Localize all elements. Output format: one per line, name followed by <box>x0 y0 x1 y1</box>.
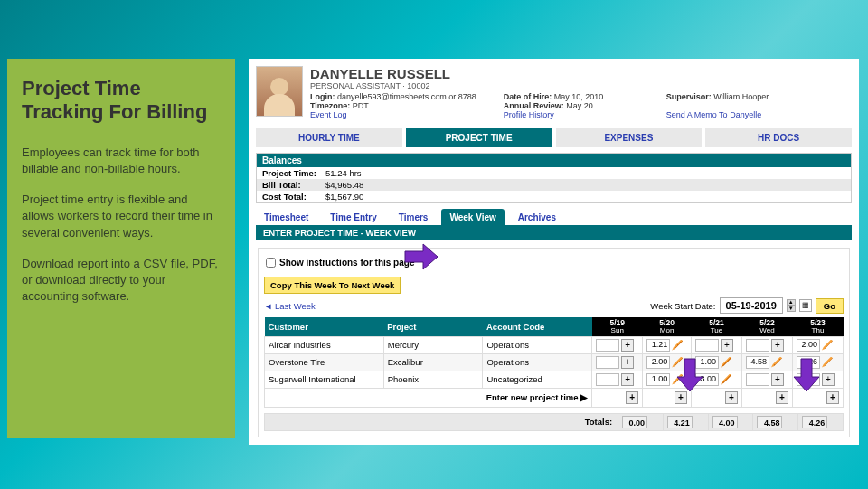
date-stepper[interactable]: ▲▼ <box>787 299 796 312</box>
week-start-date[interactable]: 05-19-2019 <box>720 297 783 314</box>
hours-input[interactable] <box>695 339 719 352</box>
avatar <box>256 66 303 117</box>
edit-icon[interactable] <box>771 357 782 368</box>
hours-input[interactable]: 4.58 <box>746 356 769 369</box>
add-entry-button[interactable]: + <box>771 373 784 386</box>
stepper-down-icon[interactable]: ▼ <box>787 306 796 312</box>
review-label: Annual Review: <box>504 101 564 110</box>
hours-input[interactable] <box>797 373 820 386</box>
cell-project: Phoenix <box>383 371 483 388</box>
edit-icon[interactable] <box>672 357 683 368</box>
edit-icon[interactable] <box>822 340 833 351</box>
subtab-timers[interactable]: Timers <box>391 209 437 225</box>
add-entry-button[interactable]: + <box>721 339 733 352</box>
week-nav: ◄ Last Week Week Start Date: 05-19-2019 … <box>264 297 844 314</box>
week-view-content: Show instructions for this page Copy Thi… <box>258 248 850 437</box>
add-entry-button[interactable]: + <box>621 373 634 386</box>
hours-input[interactable]: 2.00 <box>797 339 820 352</box>
tz-label: Timezone: <box>310 101 350 110</box>
employee-info: DANYELLE RUSSELL PERSONAL ASSISTANT · 10… <box>310 66 852 119</box>
total-3: 4.58 <box>757 416 782 428</box>
stepper-up-icon[interactable]: ▲ <box>787 299 796 306</box>
col-day-0: 5/19Sun <box>592 317 643 336</box>
table-row: Aircar Industries Mercury Operations+1.2… <box>265 336 844 353</box>
hours-input[interactable] <box>746 373 769 386</box>
review-value: May 20 <box>566 101 593 110</box>
sub-tabs: Timesheet Time Entry Timers Week View Ar… <box>249 203 859 225</box>
copy-week-button[interactable]: Copy This Week To Next Week <box>264 277 401 294</box>
employee-role: PERSONAL ASSISTANT · 10002 <box>310 81 852 90</box>
promo-title: Project Time Tracking For Billing <box>22 77 221 125</box>
hours-input[interactable] <box>746 339 769 352</box>
enter-new-label: Enter new project time <box>486 392 579 402</box>
add-entry-button[interactable]: + <box>826 391 839 404</box>
edit-icon[interactable] <box>822 357 833 368</box>
project-time-value: 51.24 hrs <box>326 168 362 178</box>
total-2: 4.00 <box>712 416 738 428</box>
total-1: 4.21 <box>667 416 693 428</box>
hours-input[interactable]: 1.00 <box>695 356 719 369</box>
add-entry-button[interactable]: + <box>675 391 687 404</box>
add-entry-button[interactable]: + <box>725 391 738 404</box>
table-row: Overstone Tire Excalibur Operations+2.00… <box>265 353 844 371</box>
calendar-icon[interactable]: ▦ <box>799 299 812 312</box>
add-entry-button[interactable]: + <box>621 356 634 369</box>
add-entry-button[interactable]: + <box>771 339 784 352</box>
edit-icon[interactable] <box>672 374 683 385</box>
event-log-link[interactable]: Event Log <box>310 110 476 119</box>
hours-input[interactable]: 1.00 <box>646 373 670 386</box>
main-tabs: HOURLY TIME PROJECT TIME EXPENSES HR DOC… <box>249 128 859 147</box>
tab-project-time[interactable]: PROJECT TIME <box>406 128 552 147</box>
add-entry-button[interactable]: + <box>822 373 835 386</box>
tab-hourly-time[interactable]: HOURLY TIME <box>256 128 402 147</box>
subtab-timesheet[interactable]: Timesheet <box>256 209 316 225</box>
login-value: danyelle593@timesheets.com or 8788 <box>337 92 476 101</box>
subtab-archives[interactable]: Archives <box>510 209 564 225</box>
promo-p3: Download report into a CSV file, PDF, or… <box>22 256 221 306</box>
employee-name: DANYELLE RUSSELL <box>310 66 852 81</box>
total-0: 0.00 <box>622 416 647 428</box>
hours-input[interactable] <box>596 339 619 352</box>
totals-row: Totals: 0.00 4.21 4.00 4.58 4.26 <box>265 413 844 430</box>
subtab-week-view[interactable]: Week View <box>441 209 504 225</box>
bill-total-value: $4,965.48 <box>326 180 363 190</box>
hire-value: May 10, 2010 <box>554 92 604 101</box>
hours-input[interactable] <box>596 356 619 369</box>
cell-project: Excalibur <box>383 353 483 371</box>
send-memo-link[interactable]: Send A Memo To Danyelle <box>666 110 802 119</box>
hours-input[interactable]: 2.26 <box>797 356 820 369</box>
hours-input[interactable]: 2.00 <box>646 356 670 369</box>
balances-panel: Balances Project Time:51.24 hrs Bill Tot… <box>256 153 852 203</box>
time-grid: Customer Project Account Code 5/19Sun 5/… <box>264 317 844 408</box>
week-start-label: Week Start Date: <box>650 301 715 311</box>
enter-new-row: Enter new project time ▶ + + + + + <box>265 388 844 407</box>
cell-account: Uncategorized <box>483 371 592 388</box>
edit-icon[interactable] <box>672 340 683 351</box>
col-day-4: 5/23Thu <box>792 317 843 336</box>
section-title: ENTER PROJECT TIME - WEEK VIEW <box>256 225 852 240</box>
hours-input[interactable]: 1.21 <box>646 339 670 352</box>
edit-icon[interactable] <box>721 374 731 385</box>
profile-history-link[interactable]: Profile History <box>504 110 639 119</box>
last-week-link[interactable]: ◄ Last Week <box>264 301 316 311</box>
hire-label: Date of Hire: <box>504 92 552 101</box>
edit-icon[interactable] <box>721 357 731 368</box>
col-customer: Customer <box>265 317 384 336</box>
hours-input[interactable]: 3.00 <box>695 373 719 386</box>
col-day-1: 5/20Mon <box>643 317 692 336</box>
instructions-toggle[interactable]: Show instructions for this page <box>264 254 844 277</box>
tab-expenses[interactable]: EXPENSES <box>556 128 703 147</box>
tz-value: PDT <box>353 101 369 110</box>
promo-panel: Project Time Tracking For Billing Employ… <box>7 59 235 438</box>
add-entry-button[interactable]: + <box>621 339 634 352</box>
hours-input[interactable] <box>596 373 619 386</box>
instructions-checkbox[interactable] <box>266 258 276 268</box>
project-time-label: Project Time: <box>262 168 326 178</box>
add-entry-button[interactable]: + <box>776 391 788 404</box>
add-entry-button[interactable]: + <box>626 391 638 404</box>
go-button[interactable]: Go <box>816 298 844 314</box>
subtab-time-entry[interactable]: Time Entry <box>322 209 385 225</box>
col-day-3: 5/22Wed <box>741 317 792 336</box>
bill-total-label: Bill Total: <box>262 180 326 190</box>
tab-hr-docs[interactable]: HR DOCS <box>705 128 852 147</box>
